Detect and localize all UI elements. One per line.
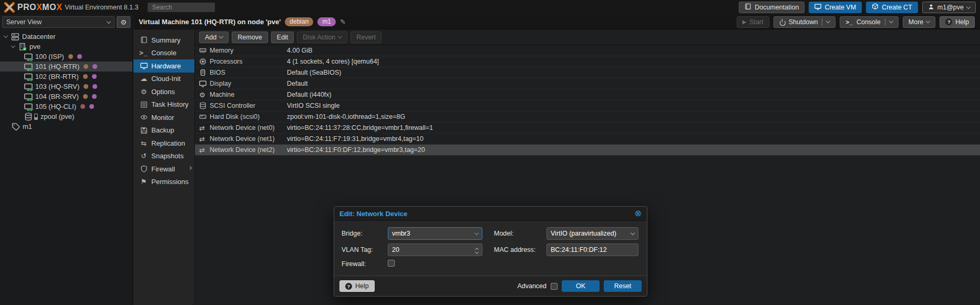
table-row-net1[interactable]: ⇄ Network Device (net1) virtio=BC:24:11:… [195,134,980,145]
disk-action-button[interactable]: Disk Action [297,32,347,43]
shutdown-button[interactable]: Shutdown [773,16,836,28]
vm-actions: ▶ Start Shutdown >_ Console More [737,16,975,28]
page-title: Virtual Machine 101 (HQ-RTR) on node 'pv… [139,18,281,26]
gears-icon: ⚙ [199,91,210,99]
bridge-combobox[interactable]: vmbr3 [388,227,482,240]
vm-running-icon [24,73,33,81]
table-row-bios[interactable]: BIOS Default (SeaBIOS) [195,67,980,78]
tag-dot-m1 [92,84,97,89]
storage-usage-icon [34,114,38,120]
vm-running-icon [24,63,33,71]
tree-item-datacenter[interactable]: Datacenter [0,32,132,42]
nav-item-cloud-init[interactable]: ☁Cloud-Init [133,73,194,86]
dialog-body: Bridge: vmbr3 Model: VirtIO (paravirtual… [334,221,647,276]
table-row-processors[interactable]: Processors 4 (1 sockets, 4 cores) [qemu6… [195,56,980,67]
tree-item-vm-103[interactable]: 103 (HQ-SRV) [0,82,132,92]
gear-icon: ⚙ [120,18,127,26]
ok-button[interactable]: OK [562,280,600,292]
nav-item-summary[interactable]: Summary [133,34,194,47]
create-ct-button[interactable]: Create CT [866,2,918,13]
dialog-title: Edit: Network Device [339,210,407,218]
create-vm-button[interactable]: Create VM [809,2,862,13]
edit-button[interactable]: Edit [271,32,294,43]
top-bar: PROXMOX Virtual Environment 8.1.3 Docume… [0,0,980,15]
tree-item-tag-m1[interactable]: m1 [0,121,132,131]
dialog-header[interactable]: Edit: Network Device ⊗ [334,207,647,221]
search-input[interactable] [148,3,215,12]
table-row-scsi-controller[interactable]: SCSI Controller VirtIO SCSI single [195,100,980,111]
expander-icon[interactable] [4,34,8,38]
help-button[interactable]: ? Help [940,16,975,28]
tree-item-storage-zpool[interactable]: zpool (pve) [0,111,132,121]
storage-icon [24,113,33,121]
spinner-buttons[interactable] [476,247,478,253]
mac-address-label: MAC address: [494,246,546,253]
nav-item-task-history[interactable]: Task History [133,98,194,111]
vlan-tag-spinner[interactable]: 20 [388,243,482,256]
table-row-machine[interactable]: ⚙ Machine Default (i440fx) [195,89,980,100]
chevron-down-icon[interactable] [826,19,830,23]
tag-dot-debian [84,84,88,89]
advanced-checkbox[interactable] [551,283,558,290]
user-menu-button[interactable]: m1@pve [922,2,976,13]
start-button[interactable]: ▶ Start [737,16,769,28]
network-icon: ⇄ [199,124,210,132]
chevron-down-icon[interactable] [474,230,479,235]
vlan-tag-label: VLAN Tag: [342,246,388,253]
terminal-icon: >_ [845,19,853,25]
tree-settings-button[interactable]: ⚙ [117,16,130,28]
advanced-label: Advanced [517,282,546,290]
table-row-display[interactable]: Display Default [195,78,980,89]
tree-item-vm-105[interactable]: 105 (HQ-CLI) [0,101,132,111]
sidebar-header: Server View ⚙ [0,15,132,29]
nav-item-monitor[interactable]: Monitor [133,111,194,124]
table-row-hard-disk[interactable]: Hard Disk (scsi0) zpool:vm-101-disk-0,io… [195,111,980,123]
nav-item-firewall[interactable]: Firewall [133,162,194,176]
tree-item-vm-100[interactable]: 100 (ISP) [0,52,132,62]
chevron-down-icon[interactable] [475,250,479,253]
nav-item-options[interactable]: ⚙Options [133,85,194,98]
documentation-button[interactable]: Documentation [739,2,804,13]
chevron-down-icon[interactable] [889,19,893,23]
table-row-net0[interactable]: ⇄ Network Device (net0) virtio=BC:24:11:… [195,123,980,134]
network-icon: ⇄ [199,135,210,143]
add-button[interactable]: Add [199,32,229,43]
tree-item-vm-102[interactable]: 102 (BR-RTR) [0,72,132,82]
table-row-net2[interactable]: ⇄ Network Device (net2) virtio=BC:24:11:… [195,145,980,156]
cpu-icon [199,58,210,65]
edit-tags-icon[interactable]: ✎ [340,18,346,26]
model-combobox[interactable]: VirtIO (paravirtualized) [546,227,638,240]
tag-dot-debian [68,54,73,59]
list-icon [140,101,148,108]
console-button[interactable]: >_ Console [840,16,898,28]
reset-button[interactable]: Reset [604,280,642,292]
power-icon [779,19,786,25]
revert-button[interactable]: Revert [350,32,381,43]
nav-item-snapshots[interactable]: ↺Snapshots [133,150,194,163]
mac-address-input[interactable]: BC:24:11:F0:DF:12 [546,243,638,256]
table-row-memory[interactable]: Memory 4.00 GiB [195,45,980,56]
tag-icon [12,123,20,131]
tag-dot-m1 [89,104,94,109]
monitor-icon [814,3,821,12]
user-icon [928,4,934,12]
more-button[interactable]: More [903,16,935,28]
chevron-down-icon[interactable] [631,230,635,235]
play-icon: ▶ [742,19,747,25]
tree-item-vm-101[interactable]: 101 (HQ-RTR) [0,62,132,72]
nav-item-replication[interactable]: ⇆Replication [133,137,194,150]
tree-item-vm-104[interactable]: 104 (BR-SRV) [0,92,132,101]
nav-item-console[interactable]: >_Console [133,47,194,60]
nav-item-backup[interactable]: Backup [133,124,194,137]
firewall-checkbox[interactable] [388,260,395,267]
nav-item-hardware[interactable]: Hardware [133,59,194,73]
view-selector[interactable]: Server View [2,16,115,28]
nav-item-permissions[interactable]: ⚑Permissions [133,176,194,189]
dialog-help-button[interactable]: ? Help [339,280,375,292]
chevron-right-icon [188,166,192,170]
terminal-icon: >_ [140,49,148,57]
tree-item-node-pve[interactable]: pve [0,42,132,52]
close-icon[interactable]: ⊗ [635,209,642,218]
expander-icon[interactable] [11,44,15,48]
remove-button[interactable]: Remove [232,32,268,43]
